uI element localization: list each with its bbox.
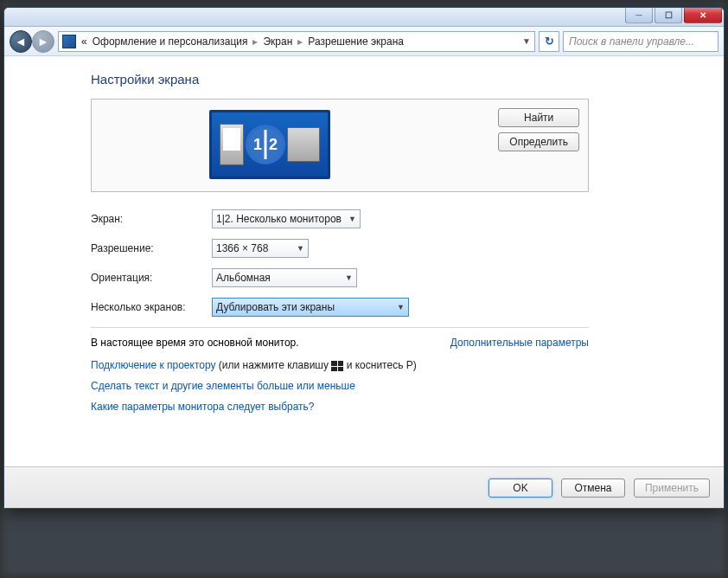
- projector-link[interactable]: Подключение к проектору: [91, 359, 216, 371]
- text-size-link[interactable]: Сделать текст и другие элементы больше и…: [91, 380, 355, 392]
- navigation-bar: ◄ ► « Оформление и персонализация ▸ Экра…: [4, 27, 724, 56]
- address-dropdown-icon[interactable]: ▼: [522, 36, 531, 46]
- maximize-button[interactable]: ☐: [655, 8, 682, 23]
- search-placeholder: Поиск в панели управле...: [569, 35, 694, 48]
- display-preview: 12 Найти Определить: [91, 99, 589, 192]
- chevron-right-icon: ▸: [297, 35, 303, 48]
- refresh-button[interactable]: ↻: [539, 31, 559, 52]
- windows-key-icon: [331, 361, 343, 371]
- minimize-button[interactable]: ─: [625, 8, 653, 23]
- close-button[interactable]: ✕: [684, 8, 722, 23]
- primary-monitor-text: В настоящее время это основной монитор.: [91, 337, 299, 349]
- breadcrumb-l2[interactable]: Экран: [263, 35, 292, 48]
- chevron-right-icon: ▸: [252, 35, 258, 48]
- forward-button[interactable]: ►: [32, 30, 54, 53]
- help-link[interactable]: Какие параметры монитора следует выбрать…: [91, 401, 315, 413]
- monitor-thumbnail[interactable]: 12: [209, 110, 330, 179]
- breadcrumb-l3[interactable]: Разрешение экрана: [308, 35, 404, 48]
- detect-button[interactable]: Найти: [498, 108, 579, 127]
- resolution-label: Разрешение:: [91, 242, 212, 254]
- dialog-footer: OK Отмена Применить: [4, 466, 724, 508]
- chevron-down-icon: ▼: [345, 273, 353, 282]
- titlebar[interactable]: ─ ☐ ✕: [4, 8, 724, 27]
- chevron-down-icon: ▼: [397, 303, 405, 311]
- back-button[interactable]: ◄: [10, 30, 32, 53]
- multi-label: Несколько экранов:: [91, 301, 212, 313]
- cancel-button[interactable]: Отмена: [561, 478, 625, 498]
- control-panel-icon: [62, 35, 76, 48]
- chevron-down-icon: ▼: [348, 215, 356, 223]
- projector-hint-1: (или нажмите клавишу: [219, 359, 329, 371]
- screen-label: Экран:: [91, 213, 212, 225]
- breadcrumb-l1[interactable]: Оформление и персонализация: [93, 35, 248, 48]
- chevron-down-icon: ▼: [297, 244, 304, 253]
- resolution-select[interactable]: 1366 × 768▼: [212, 239, 309, 258]
- orientation-label: Ориентация:: [91, 272, 212, 284]
- ok-button[interactable]: OK: [489, 478, 552, 498]
- apply-button[interactable]: Применить: [634, 478, 710, 498]
- breadcrumb-prefix: «: [81, 35, 87, 48]
- search-input[interactable]: Поиск в панели управле...: [563, 31, 718, 52]
- breadcrumb-bar[interactable]: « Оформление и персонализация ▸ Экран ▸ …: [58, 31, 535, 52]
- page-title: Настройки экрана: [91, 72, 713, 87]
- screen-mini-icon: [220, 124, 244, 165]
- screen-mini-icon: [287, 127, 320, 162]
- screen-select[interactable]: 1|2. Несколько мониторов▼: [212, 209, 361, 228]
- identify-button[interactable]: Определить: [498, 132, 579, 151]
- control-panel-window: ─ ☐ ✕ ◄ ► « Оформление и персонализация …: [3, 7, 725, 509]
- multiple-displays-select[interactable]: Дублировать эти экраны▼: [212, 298, 409, 317]
- orientation-select[interactable]: Альбомная▼: [212, 268, 357, 287]
- advanced-settings-link[interactable]: Дополнительные параметры: [450, 337, 589, 349]
- monitor-number-badge: 12: [246, 125, 285, 164]
- projector-hint-2: и коснитесь P): [347, 359, 417, 371]
